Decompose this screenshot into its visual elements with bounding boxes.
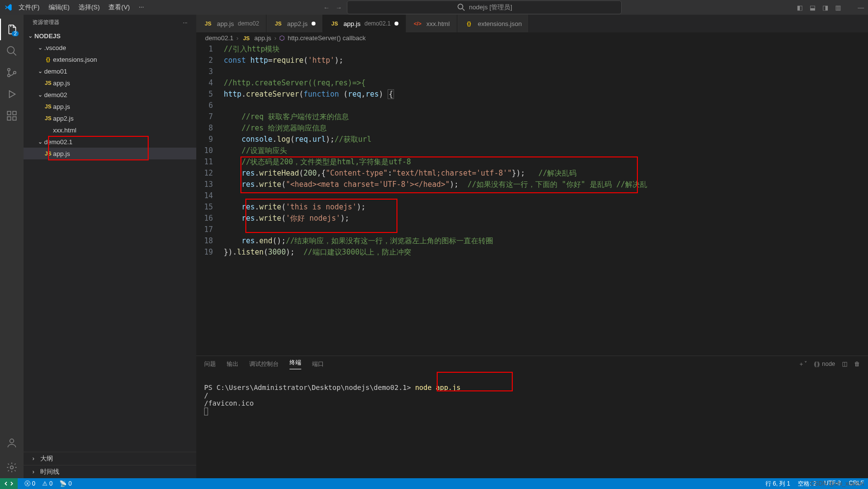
file-label: extensions.json	[53, 56, 97, 63]
scm-activity-icon[interactable]	[0, 62, 24, 83]
tree-file[interactable]: xxx.html	[24, 124, 196, 136]
outline-label: 大纲	[40, 454, 53, 463]
tree-root[interactable]: ⌄ NODEJS	[24, 30, 196, 42]
settings-activity-icon[interactable]	[0, 457, 24, 478]
layout-customize-icon[interactable]: ▥	[835, 4, 841, 11]
panel-tab[interactable]: 输出	[227, 360, 238, 368]
terminal-shell-icon[interactable]: ⸨⸩ node	[814, 360, 835, 367]
chevron-down-icon: ⌄	[36, 138, 44, 145]
svg-line-3	[13, 52, 16, 55]
new-terminal-icon[interactable]: ＋˅	[798, 360, 807, 368]
menu-item[interactable]: 编辑(E)	[45, 1, 74, 14]
chevron-down-icon: ⌄	[36, 68, 44, 75]
menu-item[interactable]: 查看(V)	[105, 1, 133, 14]
editor-tab[interactable]: JSapp.jsdemo02	[196, 15, 266, 32]
status-ports[interactable]: 📡 0	[59, 480, 72, 487]
terminal-cursor	[204, 408, 208, 415]
split-terminal-icon[interactable]: ◫	[842, 360, 847, 367]
svg-rect-8	[7, 111, 11, 115]
file-label: app.js	[53, 103, 70, 110]
dirty-dot-icon	[395, 22, 398, 26]
editor-area: JSapp.jsdemo02JSapp2.jsJSapp.jsdemo02.1<…	[196, 15, 868, 478]
nav-forward-icon[interactable]: →	[336, 4, 342, 11]
editor-tab[interactable]: {}extensions.json	[457, 15, 529, 32]
svg-point-5	[8, 75, 10, 77]
outline-section[interactable]: ›大纲	[24, 452, 196, 465]
tree-folder[interactable]: ⌄.vscode	[24, 42, 196, 53]
remote-icon	[4, 479, 14, 489]
panel-tab[interactable]: 调试控制台	[249, 360, 279, 368]
panel-tab[interactable]: 终端	[289, 359, 301, 369]
debug-activity-icon[interactable]	[0, 83, 24, 105]
more-icon[interactable]: ···	[183, 20, 187, 26]
tab-label: app2.js	[287, 20, 308, 27]
explorer-badge: 2	[12, 31, 19, 36]
editor-tab[interactable]: </>xxx.html	[406, 15, 457, 32]
tree-folder[interactable]: ⌄demo02	[24, 89, 196, 101]
file-label: app.js	[53, 79, 70, 87]
breadcrumb-folder: demo02.1	[205, 34, 234, 42]
tree-file[interactable]: JSapp.js	[24, 148, 196, 159]
bottom-panel: 问题输出调试控制台终端端口 ＋˅ ⸨⸩ node ◫ 🗑 PS C:\Users…	[196, 356, 868, 478]
accounts-activity-icon[interactable]	[0, 432, 24, 454]
tab-label: xxx.html	[426, 20, 450, 27]
tree-folder[interactable]: ⌄demo01	[24, 65, 196, 77]
panel-tabs: 问题输出调试控制台终端端口 ＋˅ ⸨⸩ node ◫ 🗑	[196, 356, 868, 372]
main-menu: 文件(F)编辑(E)选择(S)查看(V)···	[15, 1, 148, 14]
tab-label: app.js	[217, 20, 234, 27]
editor-tab[interactable]: JSapp2.js	[266, 15, 323, 32]
extensions-activity-icon[interactable]	[0, 105, 24, 127]
tree-file[interactable]: {}extensions.json	[24, 53, 196, 65]
tree-file[interactable]: JSapp2.js	[24, 112, 196, 124]
status-warnings[interactable]: ⚠ 0	[42, 480, 53, 487]
layout-sidebar-right-icon[interactable]: ◨	[822, 4, 828, 11]
search-activity-icon[interactable]	[0, 40, 24, 62]
svg-point-4	[8, 69, 10, 71]
code-lines[interactable]: //引入http模块 const http=require('http'); /…	[224, 44, 868, 356]
tree-file[interactable]: JSapp.js	[24, 101, 196, 112]
explorer-title: 资源管理器	[32, 19, 59, 26]
status-bar: ⓧ 0 ⚠ 0 📡 0 行 6, 列 1 空格: 2 UTF-8 CRLF	[0, 478, 868, 489]
tab-suffix: demo02.1	[365, 20, 391, 27]
tree-file[interactable]: JSapp.js	[24, 77, 196, 89]
editor-tab[interactable]: JSapp.jsdemo02.1	[323, 15, 406, 32]
svg-point-12	[10, 439, 14, 443]
minimize-icon[interactable]: —	[858, 4, 864, 11]
panel-tab[interactable]: 端口	[312, 360, 324, 368]
tab-label: extensions.json	[478, 20, 522, 27]
activity-bar: 2	[0, 15, 24, 478]
trash-icon[interactable]: 🗑	[854, 360, 860, 367]
timeline-section[interactable]: ›时间线	[24, 465, 196, 478]
line-gutter: 12345678910111213141516171819	[196, 44, 224, 356]
root-folder-label: NODEJS	[34, 32, 60, 40]
menu-item[interactable]: ···	[135, 1, 148, 14]
terminal-prompt: PS C:\Users\Administrator\Desktop\nodejs…	[204, 384, 411, 391]
nav-back-icon[interactable]: ←	[323, 4, 330, 11]
terminal-output[interactable]: PS C:\Users\Administrator\Desktop\nodejs…	[196, 372, 868, 478]
menu-item[interactable]: 文件(F)	[15, 1, 44, 14]
remote-indicator[interactable]	[0, 478, 18, 489]
code-editor[interactable]: 12345678910111213141516171819 //引入http模块…	[196, 44, 868, 356]
folder-label: demo02.1	[44, 138, 73, 146]
svg-rect-9	[7, 117, 11, 120]
status-errors[interactable]: ⓧ 0	[25, 480, 35, 488]
breadcrumb[interactable]: demo02.1 › JS app.js › ⬡ http.createServ…	[196, 32, 868, 44]
tree-folder[interactable]: ⌄demo02.1	[24, 136, 196, 148]
js-icon: JS	[43, 115, 53, 121]
layout-sidebar-icon[interactable]: ◧	[797, 4, 803, 11]
command-center-search[interactable]: nodejs [管理员]	[347, 0, 622, 14]
terminal-command: node app.js	[415, 384, 461, 391]
vscode-logo-icon	[4, 3, 13, 12]
panel-tab[interactable]: 问题	[204, 360, 216, 368]
explorer-activity-icon[interactable]: 2	[0, 19, 24, 40]
svg-marker-7	[9, 91, 15, 98]
folder-label: demo01	[44, 68, 67, 75]
layout-panel-icon[interactable]: ⬓	[810, 4, 815, 11]
status-cursor-pos[interactable]: 行 6, 列 1	[765, 480, 790, 488]
file-label: app.js	[53, 150, 70, 157]
chevron-down-icon: ⌄	[26, 32, 34, 39]
file-label: xxx.html	[53, 127, 77, 134]
tab-label: app.js	[343, 20, 361, 27]
menu-item[interactable]: 选择(S)	[75, 1, 104, 14]
svg-rect-11	[13, 111, 16, 115]
